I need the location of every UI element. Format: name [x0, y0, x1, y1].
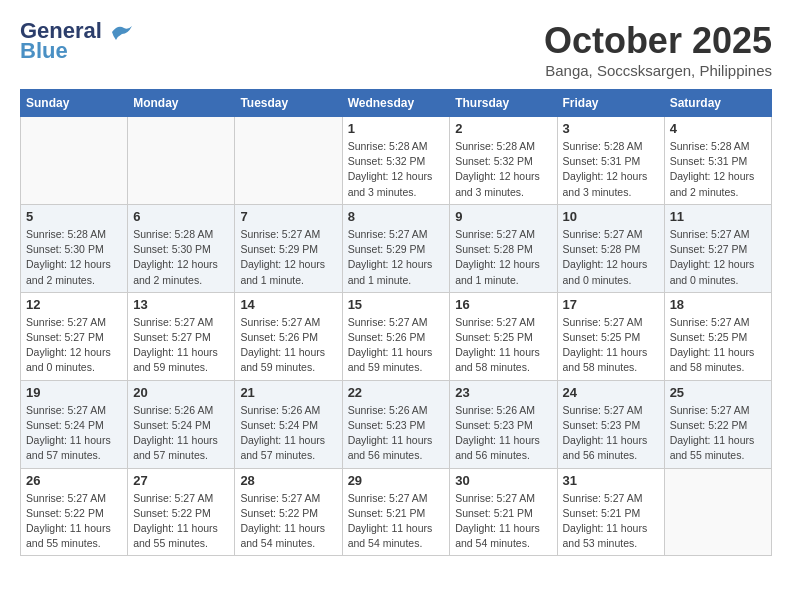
day-info: Sunrise: 5:27 AM Sunset: 5:28 PM Dayligh… — [455, 227, 551, 288]
logo-bird-icon — [110, 24, 132, 40]
calendar-cell: 5Sunrise: 5:28 AM Sunset: 5:30 PM Daylig… — [21, 204, 128, 292]
calendar-cell — [235, 117, 342, 205]
day-info: Sunrise: 5:27 AM Sunset: 5:22 PM Dayligh… — [133, 491, 229, 552]
page-header: General Blue October 2025 Banga, Soccsks… — [20, 20, 772, 79]
day-number: 4 — [670, 121, 766, 136]
day-info: Sunrise: 5:28 AM Sunset: 5:31 PM Dayligh… — [670, 139, 766, 200]
day-info: Sunrise: 5:26 AM Sunset: 5:24 PM Dayligh… — [133, 403, 229, 464]
calendar-cell: 13Sunrise: 5:27 AM Sunset: 5:27 PM Dayli… — [128, 292, 235, 380]
day-number: 18 — [670, 297, 766, 312]
day-number: 13 — [133, 297, 229, 312]
day-info: Sunrise: 5:27 AM Sunset: 5:21 PM Dayligh… — [455, 491, 551, 552]
logo-blue-text: Blue — [20, 40, 68, 62]
day-info: Sunrise: 5:27 AM Sunset: 5:21 PM Dayligh… — [348, 491, 445, 552]
day-number: 29 — [348, 473, 445, 488]
day-number: 14 — [240, 297, 336, 312]
calendar-week-2: 5Sunrise: 5:28 AM Sunset: 5:30 PM Daylig… — [21, 204, 772, 292]
day-info: Sunrise: 5:26 AM Sunset: 5:23 PM Dayligh… — [455, 403, 551, 464]
day-info: Sunrise: 5:27 AM Sunset: 5:24 PM Dayligh… — [26, 403, 122, 464]
calendar-cell: 11Sunrise: 5:27 AM Sunset: 5:27 PM Dayli… — [664, 204, 771, 292]
day-number: 21 — [240, 385, 336, 400]
calendar-cell: 4Sunrise: 5:28 AM Sunset: 5:31 PM Daylig… — [664, 117, 771, 205]
calendar-cell: 2Sunrise: 5:28 AM Sunset: 5:32 PM Daylig… — [450, 117, 557, 205]
day-number: 22 — [348, 385, 445, 400]
day-number: 16 — [455, 297, 551, 312]
header-sunday: Sunday — [21, 90, 128, 117]
day-number: 11 — [670, 209, 766, 224]
day-number: 1 — [348, 121, 445, 136]
day-number: 17 — [563, 297, 659, 312]
calendar-cell: 29Sunrise: 5:27 AM Sunset: 5:21 PM Dayli… — [342, 468, 450, 556]
day-number: 7 — [240, 209, 336, 224]
calendar-cell: 21Sunrise: 5:26 AM Sunset: 5:24 PM Dayli… — [235, 380, 342, 468]
day-info: Sunrise: 5:27 AM Sunset: 5:29 PM Dayligh… — [348, 227, 445, 288]
day-info: Sunrise: 5:28 AM Sunset: 5:31 PM Dayligh… — [563, 139, 659, 200]
header-wednesday: Wednesday — [342, 90, 450, 117]
day-number: 25 — [670, 385, 766, 400]
calendar-cell: 6Sunrise: 5:28 AM Sunset: 5:30 PM Daylig… — [128, 204, 235, 292]
day-number: 28 — [240, 473, 336, 488]
day-number: 6 — [133, 209, 229, 224]
calendar-cell: 3Sunrise: 5:28 AM Sunset: 5:31 PM Daylig… — [557, 117, 664, 205]
header-tuesday: Tuesday — [235, 90, 342, 117]
calendar-cell: 26Sunrise: 5:27 AM Sunset: 5:22 PM Dayli… — [21, 468, 128, 556]
day-info: Sunrise: 5:27 AM Sunset: 5:29 PM Dayligh… — [240, 227, 336, 288]
day-info: Sunrise: 5:27 AM Sunset: 5:21 PM Dayligh… — [563, 491, 659, 552]
day-number: 3 — [563, 121, 659, 136]
calendar-cell: 31Sunrise: 5:27 AM Sunset: 5:21 PM Dayli… — [557, 468, 664, 556]
day-number: 24 — [563, 385, 659, 400]
day-info: Sunrise: 5:28 AM Sunset: 5:32 PM Dayligh… — [348, 139, 445, 200]
day-info: Sunrise: 5:27 AM Sunset: 5:26 PM Dayligh… — [240, 315, 336, 376]
day-info: Sunrise: 5:27 AM Sunset: 5:25 PM Dayligh… — [455, 315, 551, 376]
day-number: 30 — [455, 473, 551, 488]
calendar-cell: 24Sunrise: 5:27 AM Sunset: 5:23 PM Dayli… — [557, 380, 664, 468]
day-number: 31 — [563, 473, 659, 488]
calendar-cell: 9Sunrise: 5:27 AM Sunset: 5:28 PM Daylig… — [450, 204, 557, 292]
calendar-cell: 19Sunrise: 5:27 AM Sunset: 5:24 PM Dayli… — [21, 380, 128, 468]
day-number: 23 — [455, 385, 551, 400]
day-info: Sunrise: 5:27 AM Sunset: 5:27 PM Dayligh… — [26, 315, 122, 376]
calendar-cell: 23Sunrise: 5:26 AM Sunset: 5:23 PM Dayli… — [450, 380, 557, 468]
calendar-cell: 12Sunrise: 5:27 AM Sunset: 5:27 PM Dayli… — [21, 292, 128, 380]
day-number: 12 — [26, 297, 122, 312]
calendar-cell: 8Sunrise: 5:27 AM Sunset: 5:29 PM Daylig… — [342, 204, 450, 292]
day-info: Sunrise: 5:27 AM Sunset: 5:27 PM Dayligh… — [133, 315, 229, 376]
header-monday: Monday — [128, 90, 235, 117]
title-block: October 2025 Banga, Soccsksargen, Philip… — [544, 20, 772, 79]
calendar-cell: 14Sunrise: 5:27 AM Sunset: 5:26 PM Dayli… — [235, 292, 342, 380]
location-title: Banga, Soccsksargen, Philippines — [544, 62, 772, 79]
day-info: Sunrise: 5:27 AM Sunset: 5:22 PM Dayligh… — [670, 403, 766, 464]
calendar-cell — [21, 117, 128, 205]
calendar-cell: 10Sunrise: 5:27 AM Sunset: 5:28 PM Dayli… — [557, 204, 664, 292]
day-info: Sunrise: 5:28 AM Sunset: 5:30 PM Dayligh… — [26, 227, 122, 288]
calendar-cell: 28Sunrise: 5:27 AM Sunset: 5:22 PM Dayli… — [235, 468, 342, 556]
calendar-cell — [128, 117, 235, 205]
day-number: 27 — [133, 473, 229, 488]
calendar-week-3: 12Sunrise: 5:27 AM Sunset: 5:27 PM Dayli… — [21, 292, 772, 380]
day-info: Sunrise: 5:26 AM Sunset: 5:23 PM Dayligh… — [348, 403, 445, 464]
day-info: Sunrise: 5:28 AM Sunset: 5:32 PM Dayligh… — [455, 139, 551, 200]
day-info: Sunrise: 5:27 AM Sunset: 5:26 PM Dayligh… — [348, 315, 445, 376]
calendar-week-1: 1Sunrise: 5:28 AM Sunset: 5:32 PM Daylig… — [21, 117, 772, 205]
day-info: Sunrise: 5:27 AM Sunset: 5:23 PM Dayligh… — [563, 403, 659, 464]
header-thursday: Thursday — [450, 90, 557, 117]
day-info: Sunrise: 5:27 AM Sunset: 5:22 PM Dayligh… — [240, 491, 336, 552]
calendar-cell: 30Sunrise: 5:27 AM Sunset: 5:21 PM Dayli… — [450, 468, 557, 556]
calendar-cell: 27Sunrise: 5:27 AM Sunset: 5:22 PM Dayli… — [128, 468, 235, 556]
day-number: 20 — [133, 385, 229, 400]
calendar-cell: 7Sunrise: 5:27 AM Sunset: 5:29 PM Daylig… — [235, 204, 342, 292]
day-info: Sunrise: 5:26 AM Sunset: 5:24 PM Dayligh… — [240, 403, 336, 464]
calendar-week-5: 26Sunrise: 5:27 AM Sunset: 5:22 PM Dayli… — [21, 468, 772, 556]
month-title: October 2025 — [544, 20, 772, 62]
day-info: Sunrise: 5:27 AM Sunset: 5:22 PM Dayligh… — [26, 491, 122, 552]
calendar-cell: 1Sunrise: 5:28 AM Sunset: 5:32 PM Daylig… — [342, 117, 450, 205]
calendar-cell: 16Sunrise: 5:27 AM Sunset: 5:25 PM Dayli… — [450, 292, 557, 380]
day-number: 9 — [455, 209, 551, 224]
calendar-cell: 15Sunrise: 5:27 AM Sunset: 5:26 PM Dayli… — [342, 292, 450, 380]
calendar-cell: 20Sunrise: 5:26 AM Sunset: 5:24 PM Dayli… — [128, 380, 235, 468]
day-number: 19 — [26, 385, 122, 400]
day-info: Sunrise: 5:27 AM Sunset: 5:27 PM Dayligh… — [670, 227, 766, 288]
day-info: Sunrise: 5:27 AM Sunset: 5:25 PM Dayligh… — [563, 315, 659, 376]
day-number: 2 — [455, 121, 551, 136]
day-info: Sunrise: 5:28 AM Sunset: 5:30 PM Dayligh… — [133, 227, 229, 288]
